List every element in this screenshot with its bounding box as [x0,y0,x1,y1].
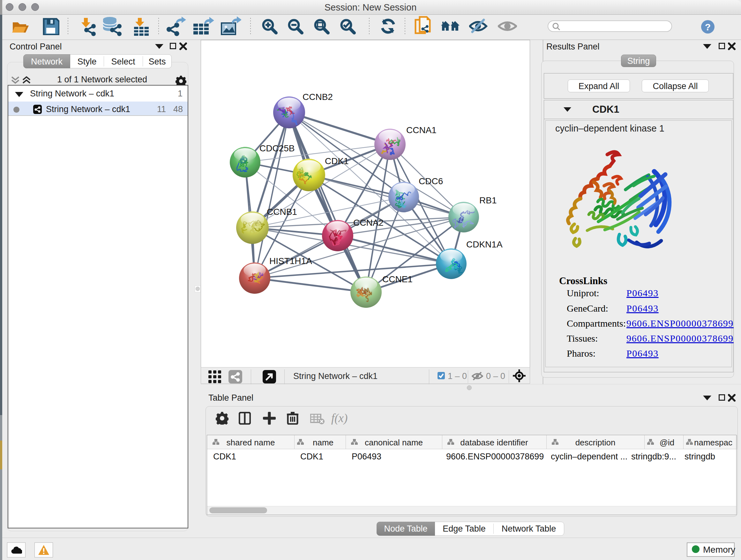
svg-text:CDK1: CDK1 [325,156,349,166]
svg-text:CCNA1: CCNA1 [406,125,436,135]
svg-text:CDKN1A: CDKN1A [466,240,502,249]
svg-text:CDC6: CDC6 [419,176,443,186]
svg-text:CCNE1: CCNE1 [382,274,413,284]
svg-text:CCNA2: CCNA2 [353,218,384,228]
svg-text:RB1: RB1 [479,195,496,205]
svg-text:CDC25B: CDC25B [259,143,294,153]
svg-text:CCNB2: CCNB2 [302,92,333,102]
svg-text:CCNB1: CCNB1 [267,207,297,217]
svg-text:HIST1H1A: HIST1H1A [269,256,312,266]
